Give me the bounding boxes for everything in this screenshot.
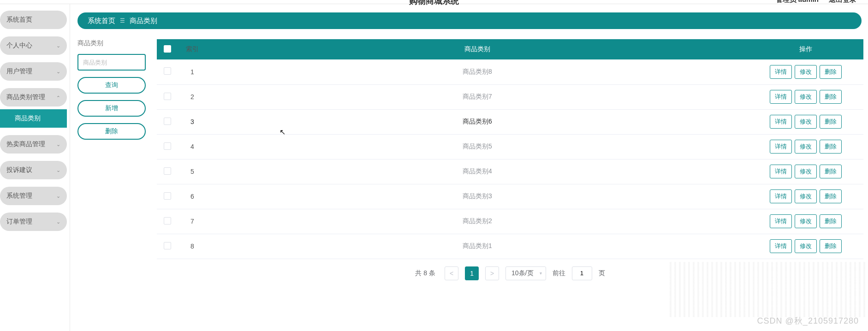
edit-button[interactable]: 修改 [795,165,817,178]
delete-button[interactable]: 删除 [820,90,842,104]
chevron-down-icon: ⌄ [56,142,60,148]
sidebar-item-3[interactable]: 商品类别管理⌄ [0,88,67,106]
edit-button[interactable]: 修改 [795,65,817,79]
header-user-block: 管理员 admin 退出登录 [776,0,856,4]
table-row: 2商品类别7详情修改删除 [157,84,863,109]
chevron-down-icon: ⌄ [56,43,60,49]
pagination-total: 共 8 条 [415,269,435,278]
edit-button[interactable]: 修改 [795,115,817,129]
row-index: 5 [178,159,207,184]
detail-button[interactable]: 详情 [770,140,792,154]
header-name: 商品类别 [207,39,748,59]
header-index: 索引 [178,39,207,59]
breadcrumb-home[interactable]: 系统首页 [88,12,115,29]
sidebar-item-label: 用户管理 [6,67,32,76]
row-ops: 详情修改删除 [748,84,863,109]
chevron-down-icon: ⌄ [56,167,60,173]
jump-page-input[interactable] [572,266,592,280]
chevron-down-icon: ⌄ [56,219,60,225]
detail-button[interactable]: 详情 [770,189,792,203]
detail-button[interactable]: 详情 [770,165,792,178]
row-index: 6 [178,184,207,209]
delete-button[interactable]: 删除 [820,214,842,228]
detail-button[interactable]: 详情 [770,115,792,129]
row-ops: 详情修改删除 [748,134,863,159]
pagination-page-1[interactable]: 1 [465,266,479,280]
row-checkbox[interactable] [164,242,171,249]
row-index: 1 [178,59,207,84]
detail-button[interactable]: 详情 [770,65,792,79]
chevron-down-icon: ⌄ [56,193,60,199]
row-checkbox[interactable] [164,167,171,175]
logout-link[interactable]: 退出登录 [829,0,856,4]
table-row: 4商品类别5详情修改删除 [157,134,863,159]
add-button[interactable]: 新增 [77,100,146,117]
sidebar-item-0[interactable]: 系统首页 [0,11,67,29]
edit-button[interactable]: 修改 [795,189,817,203]
row-index: 8 [178,234,207,259]
data-table: 索引 商品类别 操作 1商品类别8详情修改删除2商品类别7详情修改删除3商品类别… [157,39,863,331]
filter-panel: 商品类别 查询 新增 删除 [77,39,146,331]
row-name: 商品类别7 [207,84,748,109]
delete-button[interactable]: 删除 [820,189,842,203]
search-button[interactable]: 查询 [77,77,146,94]
row-checkbox[interactable] [164,142,171,150]
row-checkbox[interactable] [164,93,171,100]
row-name: 商品类别3 [207,184,748,209]
row-index: 2 [178,84,207,109]
row-index: 7 [178,209,207,234]
sidebar-subitem[interactable]: 商品类别 [0,109,67,128]
table-row: 7商品类别2详情修改删除 [157,209,863,234]
sidebar-item-6[interactable]: 系统管理⌄ [0,187,67,205]
row-checkbox[interactable] [164,217,171,225]
page-size-select[interactable]: 10条/页 ▾ [505,266,546,280]
breadcrumb: 系统首页 ☰ 商品类别 [77,12,862,29]
detail-button[interactable]: 详情 [770,90,792,104]
sidebar-item-5[interactable]: 投诉建议⌄ [0,161,67,179]
header-checkbox-cell [157,39,178,59]
select-all-checkbox[interactable] [164,45,171,53]
row-name: 商品类别1 [207,234,748,259]
delete-button[interactable]: 删除 [820,115,842,129]
pagination: 共 8 条 < 1 > 10条/页 ▾ 前往 页 [157,259,863,284]
category-search-input[interactable] [77,54,146,71]
table-row: 1商品类别8详情修改删除 [157,59,863,84]
sidebar-item-label: 系统首页 [6,16,32,24]
row-index: 4 [178,134,207,159]
jump-prefix: 前往 [553,269,565,278]
row-ops: 详情修改删除 [748,59,863,84]
detail-button[interactable]: 详情 [770,239,792,253]
row-checkbox[interactable] [164,67,171,75]
edit-button[interactable]: 修改 [795,214,817,228]
edit-button[interactable]: 修改 [795,90,817,104]
table-row: 3商品类别6详情修改删除 [157,109,863,134]
sidebar: 系统首页个人中心⌄用户管理⌄商品类别管理⌄商品类别热卖商品管理⌄投诉建议⌄系统管… [0,4,70,331]
sidebar-item-1[interactable]: 个人中心⌄ [0,36,67,55]
row-checkbox[interactable] [164,118,171,125]
sidebar-item-4[interactable]: 热卖商品管理⌄ [0,135,67,154]
row-name: 商品类别4 [207,159,748,184]
sidebar-item-2[interactable]: 用户管理⌄ [0,62,67,81]
row-ops: 详情修改删除 [748,234,863,259]
row-index: 3 [178,109,207,134]
delete-button[interactable]: 删除 [820,65,842,79]
delete-button[interactable]: 删除 [820,239,842,253]
edit-button[interactable]: 修改 [795,140,817,154]
batch-delete-button[interactable]: 删除 [77,123,146,140]
sidebar-item-7[interactable]: 订单管理⌄ [0,213,67,231]
header-ops: 操作 [748,39,863,59]
row-name: 商品类别5 [207,134,748,159]
user-prefix: 管理员 admin [776,0,819,4]
table-row: 8商品类别1详情修改删除 [157,234,863,259]
pagination-next-button[interactable]: > [485,266,499,280]
delete-button[interactable]: 删除 [820,165,842,178]
edit-button[interactable]: 修改 [795,239,817,253]
pagination-prev-button[interactable]: < [445,266,458,280]
delete-button[interactable]: 删除 [820,140,842,154]
row-checkbox[interactable] [164,192,171,200]
row-name: 商品类别2 [207,209,748,234]
jump-suffix: 页 [599,269,605,278]
detail-button[interactable]: 详情 [770,214,792,228]
sidebar-item-label: 投诉建议 [6,166,32,174]
sidebar-item-label: 个人中心 [6,41,32,50]
